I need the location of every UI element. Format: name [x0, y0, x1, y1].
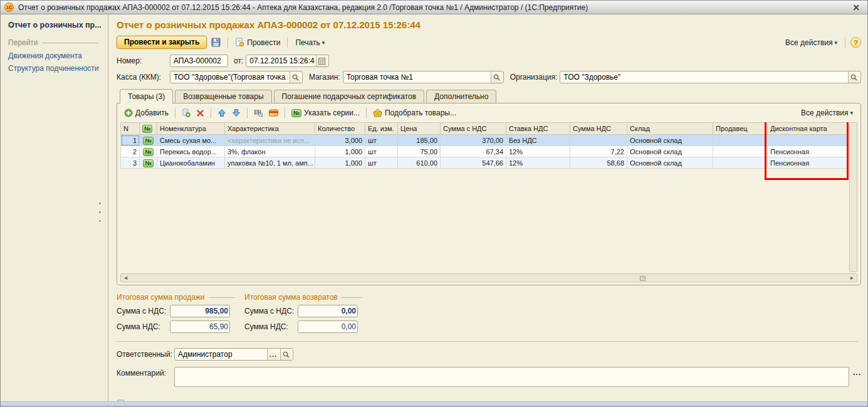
barcode-scan-button[interactable] — [252, 107, 265, 119]
table-cell[interactable]: 547,66 — [441, 157, 506, 169]
table-cell[interactable]: 12% — [506, 157, 570, 169]
table-cell[interactable]: Без НДС — [506, 135, 570, 146]
add-row-button[interactable]: Добавить — [122, 107, 170, 119]
copy-row-button[interactable] — [180, 107, 192, 119]
table-cell[interactable]: Основной склад — [627, 146, 713, 157]
move-up-button[interactable] — [216, 107, 228, 119]
save-button[interactable] — [209, 36, 222, 48]
help-button[interactable]: ? — [850, 37, 861, 48]
responsible-lookup-button[interactable] — [280, 349, 291, 360]
calendar-button[interactable] — [316, 55, 327, 66]
tab-additional[interactable]: Дополнительно — [426, 90, 496, 103]
scroll-left-icon[interactable]: ◄ — [122, 275, 130, 281]
table-cell[interactable]: 370,00 — [441, 135, 506, 146]
column-header[interactable]: Ставка НДС — [506, 123, 570, 135]
table-cell[interactable]: Перекись водор... — [157, 146, 225, 157]
table-cell[interactable] — [848, 146, 849, 157]
returns-vat-field[interactable] — [298, 320, 358, 333]
table-cell[interactable]: 1,000 — [315, 157, 365, 169]
org-field[interactable] — [560, 71, 861, 83]
scroll-right-icon[interactable]: ► — [848, 275, 856, 281]
tab-returned-goods[interactable]: Возвращенные товары — [175, 90, 271, 103]
tab-gift-certificates[interactable]: Погашение подарочных сертификатов — [274, 90, 424, 103]
table-cell[interactable]: 75,00 — [398, 146, 441, 157]
column-header[interactable]: Дисконтная карта — [768, 123, 848, 135]
table-cell[interactable]: № — [140, 135, 157, 146]
kassa-input[interactable] — [174, 73, 288, 82]
column-header[interactable]: Продавец — [713, 123, 768, 135]
sales-sum-vat-field[interactable] — [170, 305, 230, 317]
sidebar-item-document-movements[interactable]: Движения документа — [8, 51, 99, 60]
shop-field[interactable] — [343, 71, 504, 83]
table-row[interactable]: 3№Цианокобаламинупаковка №10, 1 мл, амп.… — [121, 157, 849, 169]
comment-input[interactable] — [175, 367, 849, 386]
column-header[interactable]: Сумма с НДС — [441, 123, 506, 135]
discount-card-button[interactable] — [267, 108, 280, 118]
table-cell[interactable]: шт — [365, 146, 398, 157]
kassa-lookup-button[interactable] — [290, 71, 301, 83]
table-cell[interactable]: 3 — [121, 157, 140, 169]
table-cell[interactable]: Смесь сухая мо... — [157, 135, 225, 146]
table-cell[interactable]: 610,00 — [398, 157, 441, 169]
all-actions-button[interactable]: Все действия▾ — [783, 37, 840, 48]
table-cell[interactable]: № — [140, 157, 157, 169]
column-header[interactable]: Количество — [315, 123, 365, 135]
table-cell[interactable]: 67,34 — [441, 146, 506, 157]
table-cell[interactable]: 7,22 — [570, 146, 627, 157]
column-header[interactable]: N — [121, 123, 140, 135]
grid-all-actions-button[interactable]: Все действия▾ — [798, 107, 855, 119]
table-cell[interactable]: Основной склад — [627, 157, 713, 169]
table-cell[interactable]: 2 — [121, 146, 140, 157]
returns-vat-input[interactable] — [301, 322, 356, 331]
tab-goods[interactable]: Товары (3) — [120, 89, 173, 103]
horizontal-scrollbar[interactable]: ◄ ► — [120, 273, 857, 282]
specify-series-button[interactable]: № Указать серии... — [290, 107, 362, 119]
responsible-field[interactable]: ... — [174, 348, 293, 361]
returns-sum-vat-input[interactable] — [301, 307, 356, 315]
column-header[interactable]: Сумма НДС — [570, 123, 627, 135]
post-and-close-button[interactable]: Провести и закрыть — [117, 36, 207, 49]
number-field[interactable] — [170, 55, 228, 67]
date-input[interactable] — [249, 56, 315, 65]
table-cell[interactable] — [570, 135, 627, 146]
table-cell[interactable]: упаковка №10, 1 мл, амп... — [225, 157, 315, 169]
column-header[interactable] — [848, 123, 849, 135]
responsible-input[interactable] — [178, 350, 266, 359]
post-button[interactable]: Провести — [233, 36, 282, 48]
table-cell[interactable]: 12% — [506, 146, 570, 157]
column-header[interactable]: Номенклатура — [157, 123, 225, 135]
column-header[interactable]: Цена — [398, 123, 441, 135]
date-field[interactable] — [246, 55, 329, 67]
comment-ellipsis-button[interactable]: ... — [853, 367, 861, 377]
table-cell[interactable]: Основной склад — [627, 135, 713, 146]
table-cell[interactable]: 1 — [121, 135, 140, 146]
column-header[interactable]: Ед. изм. — [365, 123, 398, 135]
table-cell[interactable] — [713, 135, 768, 146]
column-header[interactable]: Характеристика — [225, 123, 315, 135]
table-cell[interactable] — [848, 157, 849, 169]
pick-goods-button[interactable]: Подобрать товары... — [371, 107, 458, 119]
org-lookup-button[interactable] — [848, 71, 859, 83]
table-cell[interactable]: 3,000 — [315, 135, 365, 146]
vertical-scrollbar[interactable] — [849, 122, 857, 272]
table-cell[interactable]: 185,00 — [398, 135, 441, 146]
shop-lookup-button[interactable] — [491, 71, 502, 83]
table-cell[interactable]: № — [140, 146, 157, 157]
table-cell[interactable]: шт — [365, 157, 398, 169]
table-cell[interactable] — [713, 146, 768, 157]
table-cell[interactable]: 1,000 — [315, 146, 365, 157]
table-cell[interactable]: 3%, флакон — [225, 146, 315, 157]
table-cell[interactable] — [713, 157, 768, 169]
sidebar-splitter[interactable] — [99, 203, 102, 223]
column-header[interactable]: № — [140, 123, 157, 135]
table-cell[interactable]: Цианокобаламин — [157, 157, 225, 169]
comment-field[interactable] — [174, 367, 849, 387]
delete-row-button[interactable] — [194, 108, 206, 119]
returns-sum-vat-field[interactable] — [298, 305, 358, 317]
table-cell[interactable] — [768, 135, 848, 146]
table-row[interactable]: 2№Перекись водор...3%, флакон1,000шт75,0… — [121, 146, 849, 157]
shop-input[interactable] — [347, 73, 489, 82]
close-icon[interactable]: ✕ — [850, 3, 862, 13]
table-cell[interactable]: <характеристики не исп... — [225, 135, 315, 146]
org-input[interactable] — [563, 73, 847, 82]
